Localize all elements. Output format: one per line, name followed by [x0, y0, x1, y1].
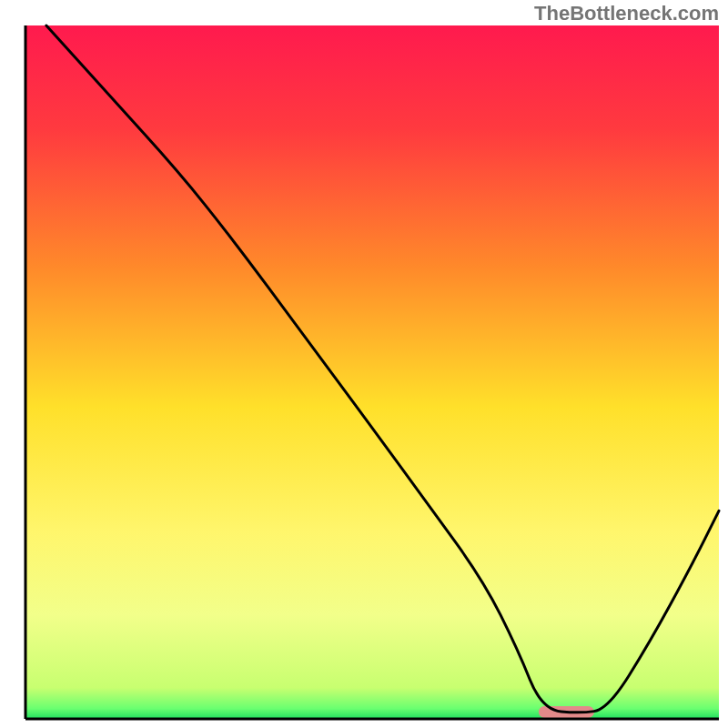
watermark-text: TheBottleneck.com [534, 2, 719, 25]
gradient-background [25, 25, 719, 719]
chart-container: TheBottleneck.com [0, 0, 728, 728]
chart-svg [0, 0, 728, 728]
